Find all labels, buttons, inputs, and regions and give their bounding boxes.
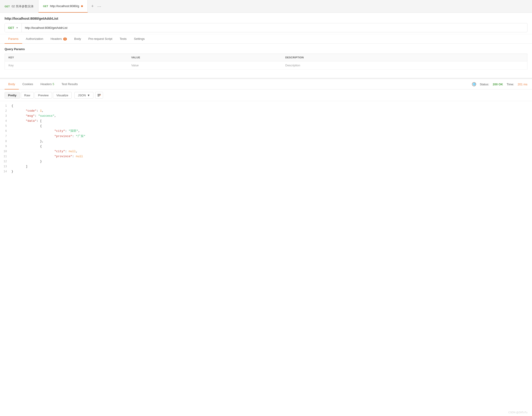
tab-actions: + ··· [88,0,105,13]
preview-button[interactable]: Preview [35,92,52,99]
response-status: 🌐 Status: 200 OK Time: 201 ms [472,82,527,86]
tab-body[interactable]: Body [70,34,85,44]
line-num-2: 2 [0,109,11,113]
url-section: http://localhost:8080/getAddrList GET ▼ [0,13,532,34]
resp-cookies-label: Cookies [22,82,33,86]
col-description: DESCRIPTION [282,54,527,61]
tab1-label: 02 简单参数实体 [12,4,34,9]
json-format-label: JSON [78,94,86,97]
line-num-7: 7 [0,134,11,139]
url-bar: GET ▼ [5,23,527,32]
params-section: Query Params KEY VALUE DESCRIPTION Key V… [0,44,532,73]
tab1-method: GET [5,5,10,8]
value-cell[interactable]: Value [127,61,282,70]
wrap-icon [97,94,101,97]
response-section: Body Cookies Headers 5 Test Results 🌐 St… [0,78,532,176]
url-title: http://localhost:8080/getAddrList [5,17,527,20]
globe-icon: 🌐 [472,82,476,86]
json-line-1: 1 { [0,104,532,108]
tab-settings-label: Settings [134,37,145,40]
line-num-6: 6 [0,129,11,133]
query-params-title: Query Params [5,47,527,51]
method-selector[interactable]: GET ▼ [5,23,22,32]
tab-tests[interactable]: Tests [116,34,130,44]
pretty-button[interactable]: Pretty [5,92,20,99]
time-value: 201 ms [518,83,527,86]
line-num-12: 12 [0,159,11,164]
params-table: KEY VALUE DESCRIPTION Key Value Descript… [5,54,527,70]
resp-tab-test-results[interactable]: Test Results [58,79,82,89]
json-line-5: 5 { [0,123,532,129]
more-tabs-button[interactable]: ··· [97,4,101,9]
resp-headers-badge: 5 [52,82,54,86]
key-cell[interactable]: Key [5,61,128,70]
resp-body-label: Body [8,82,15,86]
tab-settings[interactable]: Settings [130,34,148,44]
table-row: Key Value Description [5,61,527,70]
line-num-11: 11 [0,154,11,159]
tab-headers-label: Headers [51,37,62,40]
tab-body-label: Body [74,37,81,40]
line-num-4: 4 [0,119,11,123]
watermark: CSDN @ZATuTu [508,411,528,414]
tab-pre-request-label: Pre-request Script [88,37,112,40]
tab-authorization[interactable]: Authorization [22,34,47,44]
tab2-label: http://localhost:8080/g [50,4,79,8]
wrap-button[interactable] [95,92,103,99]
visualize-button[interactable]: Visualize [53,92,72,99]
time-label: Time: [507,83,514,86]
tab-authorization-label: Authorization [26,37,43,40]
col-key: KEY [5,54,128,61]
json-format-chevron-icon: ▼ [87,94,90,97]
line-num-9: 9 [0,144,11,149]
tab-params-label: Params [8,37,19,40]
json-line-4: 4 "data": [ [0,119,532,123]
request-tabs: Params Authorization Headers 6 Body Pre-… [0,34,532,44]
format-toolbar: Pretty Raw Preview Visualize JSON ▼ [0,89,532,101]
json-line-2: 2 "code": 1, [0,108,532,113]
method-chevron-icon: ▼ [16,27,18,29]
resp-tab-headers[interactable]: Headers 5 [37,79,58,89]
line-num-3: 3 [0,114,11,118]
json-line-9: 9 { [0,144,532,149]
line-num-1: 1 [0,104,11,108]
json-line-7: 7 "province": "广东" [0,134,532,139]
resp-headers-label: Headers [40,82,52,86]
resp-tab-body[interactable]: Body [5,79,19,89]
tabs-bar: GET 02 简单参数实体 GET http://localhost:8080/… [0,0,532,13]
description-cell[interactable]: Description [282,61,527,70]
json-line-11: 11 "province": null [0,154,532,159]
line-num-14: 14 [0,169,11,174]
json-format-dropdown[interactable]: JSON ▼ [74,92,94,99]
line-num-8: 8 [0,139,11,144]
tab-get-simple[interactable]: GET 02 简单参数实体 [0,0,39,13]
json-line-13: 13 ] [0,164,532,169]
json-line-8: 8 }, [0,139,532,144]
json-line-6: 6 "city": "深圳", [0,129,532,134]
raw-button[interactable]: Raw [21,92,34,99]
tab-tests-label: Tests [120,37,126,40]
json-line-3: 3 "msg": "success", [0,113,532,119]
url-input[interactable] [22,26,527,29]
tab2-dirty-dot [81,5,83,7]
col-value: VALUE [127,54,282,61]
headers-badge: 6 [63,38,67,40]
line-num-13: 13 [0,164,11,169]
json-content: 1 { 2 "code": 1, 3 "msg": "success", 4 "… [0,101,532,176]
method-label: GET [8,26,14,29]
status-value: 200 OK [493,83,503,86]
line-num-10: 10 [0,149,11,154]
tab-pre-request[interactable]: Pre-request Script [85,34,116,44]
json-line-14: 14 } [0,169,532,174]
json-line-10: 10 "city": null, [0,149,532,154]
line-num-5: 5 [0,124,11,128]
resp-tab-cookies[interactable]: Cookies [19,79,37,89]
resp-test-label: Test Results [62,82,78,86]
status-label: Status: [480,83,489,86]
tab2-method: GET [43,5,48,8]
tab-params[interactable]: Params [5,34,22,44]
new-tab-button[interactable]: + [91,4,94,9]
tab-get-localhost[interactable]: GET http://localhost:8080/g [39,0,88,13]
json-line-12: 12 } [0,159,532,164]
tab-headers[interactable]: Headers 6 [47,34,70,44]
